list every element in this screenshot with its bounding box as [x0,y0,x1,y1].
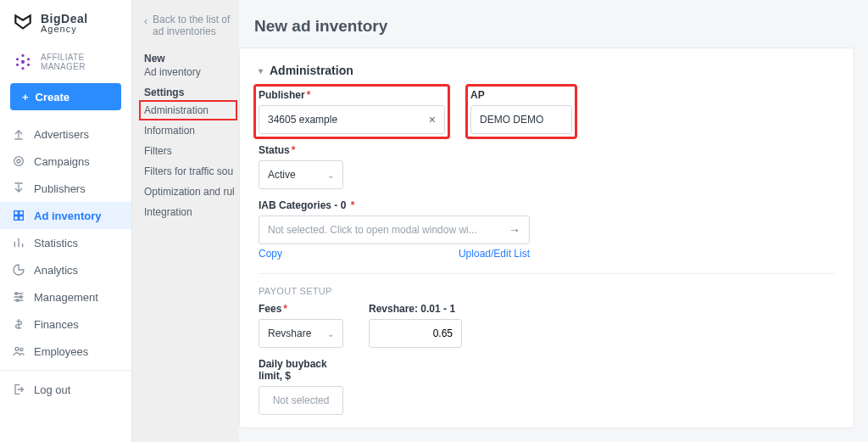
label-revshare: Revshare: 0.01 - 1 [369,303,462,315]
target-icon [12,154,25,168]
settings-item-information[interactable]: Information [144,120,234,141]
brand-text: BigDeal Agency [41,13,88,34]
field-ap: AP DEMO DEMO [470,89,572,134]
svg-point-4 [27,64,30,66]
status-select[interactable]: Active ⌄ [259,160,343,189]
svg-rect-11 [14,216,19,221]
create-button[interactable]: + Create [10,83,121,110]
field-iab: IAB Categories - 0 * Not selected. Click… [259,199,530,244]
fees-select[interactable]: Revshare ⌄ [259,319,343,348]
svg-point-6 [21,67,24,70]
upload-edit-link[interactable]: Upload/Edit List [459,248,530,260]
role-row: AFFILIATE MANAGER [0,46,131,83]
svg-point-7 [14,157,24,166]
clear-icon[interactable]: × [429,113,436,126]
bars-icon [12,236,25,249]
nav-finances[interactable]: Finances [0,311,131,338]
settings-item-filters-traffic[interactable]: Filters for traffic sour... [144,161,234,182]
svg-point-0 [21,60,25,64]
grid-icon [12,209,25,222]
svg-point-5 [21,54,24,57]
label-iab: IAB Categories - 0 * [259,199,530,211]
nav-label: Campaigns [34,155,90,168]
highlight-publisher: Publisher* 34605 example × [255,86,448,137]
label-fees: Fees* [259,303,343,315]
nav-employees[interactable]: Employees [0,338,131,365]
back-link[interactable]: ‹ Back to the list of ad inventories [144,14,234,37]
brand-logo-icon [12,12,34,34]
brand-line2: Agency [41,25,88,34]
label-buyback: Daily buyback limit, $ [259,358,343,382]
create-button-label: Create [36,91,70,104]
nav: Advertisers Campaigns Publishers Ad inve… [0,120,131,442]
sidebar: BigDeal Agency AFFILIATE MANAGER + Creat… [0,0,132,442]
ap-input[interactable]: DEMO DEMO [470,105,572,134]
section-title-text: Administration [270,64,353,77]
svg-point-1 [16,58,19,60]
nav-label: Employees [34,345,88,358]
svg-point-8 [17,159,20,163]
back-link-label: Back to the list of ad inventories [153,14,234,37]
field-status: Status* Active ⌄ [259,144,343,189]
chevron-down-icon: ⌄ [327,171,334,180]
dollar-icon [12,317,25,331]
chevron-left-icon: ‹ [144,15,147,27]
nav-statistics[interactable]: Statistics [0,229,131,256]
role-badge-icon [12,51,34,73]
field-publisher: Publisher* 34605 example × [259,89,445,134]
plus-icon: + [22,91,29,104]
buyback-input[interactable]: Not selected [259,386,343,415]
upload-icon [12,127,25,141]
revshare-input[interactable] [369,319,462,348]
sc-settings: Settings [144,87,234,98]
status-value: Active [268,169,296,181]
svg-rect-9 [14,211,19,215]
nav-logout[interactable]: Log out [0,376,131,403]
publisher-input[interactable]: 34605 example × [259,105,445,134]
sc-adinv: Ad inventory [144,66,234,78]
nav-ad-inventory[interactable]: Ad inventory [0,202,131,229]
required-icon: * [292,144,296,156]
nav-analytics[interactable]: Analytics [0,256,131,283]
nav-advertisers[interactable]: Advertisers [0,120,131,148]
buyback-placeholder: Not selected [273,394,330,406]
iab-link-row: Copy Upload/Edit List [259,248,530,260]
section-title[interactable]: ▾ Administration [259,64,835,77]
chevron-down-icon: ▾ [259,66,263,76]
logout-icon [12,383,25,396]
row-fees: Fees* Revshare ⌄ Revshare: 0.01 - 1 [259,303,835,348]
nav-publishers[interactable]: Publishers [0,175,131,202]
label-publisher-text: Publisher [259,89,305,101]
nav-label: Publishers [34,182,86,195]
nav-label: Management [34,291,98,304]
download-icon [12,182,25,195]
page-title: New ad inventory [239,0,868,48]
settings-item-integration[interactable]: Integration [144,202,234,222]
label-publisher: Publisher* [259,89,445,101]
svg-point-3 [16,64,19,66]
chevron-down-icon: ⌄ [327,329,334,338]
iab-input[interactable]: Not selected. Click to open modal window… [259,215,530,244]
nav-management[interactable]: Management [0,283,131,311]
sc-new: New [144,53,234,64]
brand: BigDeal Agency [0,12,131,46]
people-icon [12,344,25,358]
settings-item-administration[interactable]: Administration [139,100,237,120]
required-icon: * [351,199,355,211]
nav-campaigns[interactable]: Campaigns [0,148,131,175]
copy-link[interactable]: Copy [259,248,282,260]
label-iab-text: IAB Categories - 0 [259,199,346,211]
svg-point-2 [27,58,30,60]
field-revshare: Revshare: 0.01 - 1 [369,303,462,348]
field-fees: Fees* Revshare ⌄ [259,303,343,348]
settings-column: ‹ Back to the list of ad inventories New… [132,0,239,442]
revshare-value[interactable] [378,327,453,339]
role-label: AFFILIATE MANAGER [41,53,120,71]
settings-item-filters[interactable]: Filters [144,141,234,161]
nav-label: Finances [34,318,79,331]
nav-label: Analytics [34,264,78,277]
svg-point-16 [15,347,19,350]
settings-item-optimization[interactable]: Optimization and rules [144,182,234,202]
label-status: Status* [259,144,343,156]
nav-label: Advertisers [34,128,89,141]
